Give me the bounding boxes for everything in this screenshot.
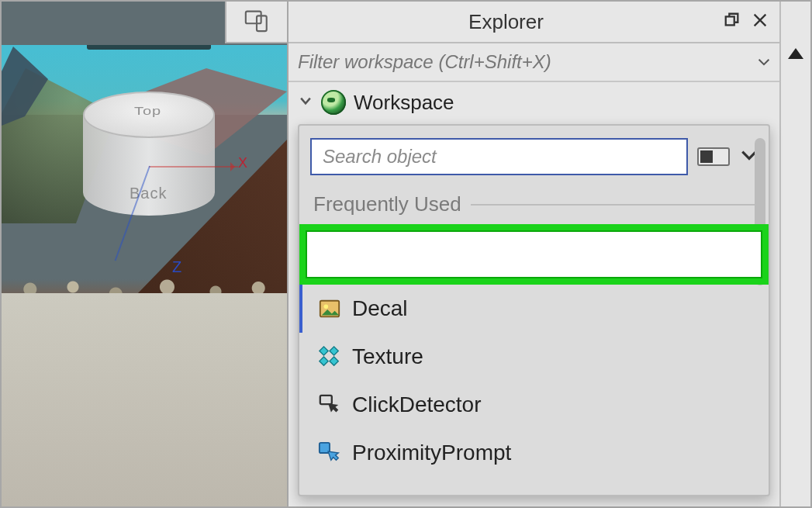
gizmo-back-label: Back: [130, 185, 167, 202]
workspace-icon: [321, 90, 346, 115]
list-item-label: Texture: [352, 344, 423, 369]
insert-object-popup: Frequently Used Script: [298, 124, 770, 496]
explorer-panel: Explorer Filter workspace (Ctrl+Shift+X): [289, 2, 810, 506]
svg-rect-5: [320, 396, 332, 404]
gizmo-x-label: X: [238, 155, 247, 171]
device-emulator-button[interactable]: [225, 2, 287, 43]
viewport-3d[interactable]: Top Back X Z: [2, 2, 289, 506]
list-item-label: ProximityPrompt: [352, 441, 511, 465]
gizmo-z-label: Z: [172, 258, 181, 276]
proximityprompt-icon: [318, 441, 341, 465]
close-button[interactable]: [752, 12, 769, 32]
devices-icon: [244, 7, 270, 36]
app-root: Top Back X Z Explorer: [0, 0, 812, 508]
filter-workspace-input[interactable]: Filter workspace (Ctrl+Shift+X): [289, 43, 779, 82]
list-item-proximityprompt[interactable]: ProximityPrompt: [299, 429, 769, 477]
svg-rect-0: [246, 12, 261, 24]
clickdetector-icon: [318, 393, 341, 416]
list-item-clickdetector[interactable]: ClickDetector: [299, 381, 769, 429]
script-icon: [318, 243, 341, 266]
list-item-decal[interactable]: Decal: [299, 285, 769, 333]
texture-icon: [318, 345, 341, 368]
filter-dropdown-icon[interactable]: [758, 55, 770, 69]
list-item-label: Decal: [352, 296, 408, 321]
svg-point-4: [324, 304, 329, 309]
selection-indicator: [298, 285, 302, 333]
list-item-label: ClickDetector: [352, 392, 481, 417]
list-item-script[interactable]: Script: [299, 224, 769, 285]
panel-scrollbar[interactable]: [779, 2, 810, 506]
gizmo-top-label: Top: [134, 105, 161, 117]
selected-part-gizmo[interactable]: Top Back X Z: [83, 99, 215, 231]
section-frequently-used: Frequently Used: [299, 186, 769, 224]
object-list: Script Decal: [299, 224, 769, 477]
view-toggle[interactable]: [697, 147, 730, 166]
expand-collapse-icon[interactable]: [298, 93, 313, 112]
decal-icon: [318, 297, 341, 320]
list-item-texture[interactable]: Texture: [299, 333, 769, 381]
list-item-label: Script: [352, 242, 408, 267]
svg-rect-2: [726, 16, 734, 25]
workspace-tree-item[interactable]: Workspace: [289, 82, 779, 119]
filter-placeholder: Filter workspace (Ctrl+Shift+X): [298, 51, 758, 73]
scene: Top Back X Z: [2, 45, 287, 506]
explorer-titlebar: Explorer: [289, 2, 779, 43]
explorer-title: Explorer: [289, 10, 724, 34]
scroll-up-icon[interactable]: [788, 48, 803, 59]
search-object-input[interactable]: [310, 138, 688, 175]
workspace-label: Workspace: [354, 91, 454, 115]
undock-button[interactable]: [724, 12, 741, 32]
